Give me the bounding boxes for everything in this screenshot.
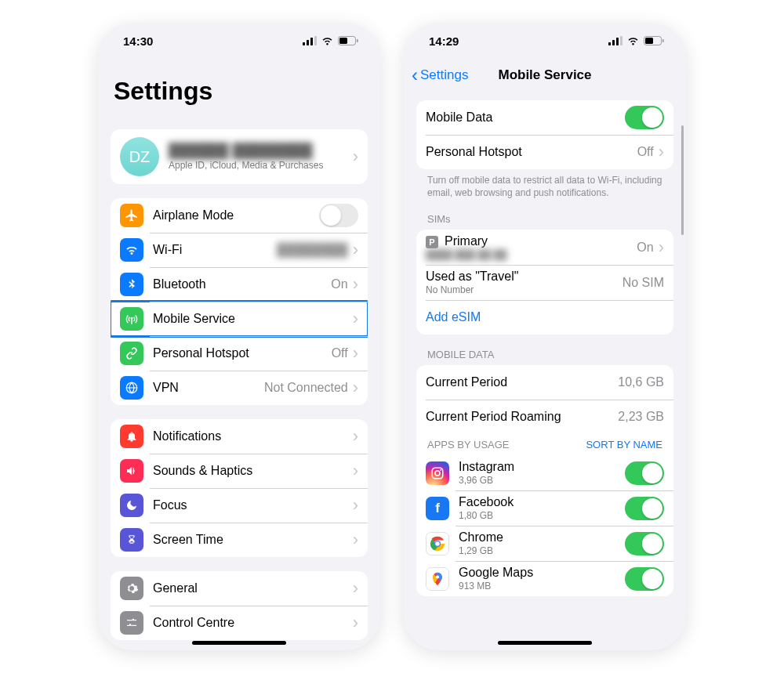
status-bar: 14:30 (98, 24, 380, 58)
settings-row-vpn[interactable]: VPNNot Connected› (111, 371, 368, 405)
profile-subtitle: Apple ID, iCloud, Media & Purchases (169, 160, 353, 171)
facebook-app-icon: f (426, 497, 449, 520)
settings-row-notifications[interactable]: Notifications› (111, 419, 368, 454)
moon-icon (120, 494, 143, 517)
chevron-right-icon: › (353, 497, 358, 514)
app-row-facebook[interactable]: fFacebook1,80 GB (416, 490, 673, 526)
sliders-icon (120, 611, 143, 635)
svg-rect-0 (303, 42, 305, 45)
bluetooth-icon (120, 273, 143, 296)
nav-bar: ‹ Settings Mobile Service (404, 58, 686, 92)
sims-header: SIMs (416, 199, 673, 230)
sim-row: Used as "Travel"No NumberNo SIM (416, 265, 673, 300)
chevron-right-icon: › (353, 428, 358, 445)
maps-app-icon (426, 567, 449, 591)
settings-row-focus[interactable]: Focus› (111, 488, 368, 523)
chevron-right-icon: › (353, 276, 358, 293)
svg-rect-6 (357, 39, 358, 42)
sim-row[interactable]: PPrimary████ ███ ██ ██On› (416, 230, 673, 265)
app-row-instagram[interactable]: Instagram3,96 GB (416, 455, 673, 490)
sim-badge: P (426, 236, 438, 248)
profile-name: ██████ ████████ (169, 143, 353, 159)
airplane-icon (120, 204, 143, 227)
phone-settings: 14:30 Settings DZ ██████ ████████ Apple … (98, 24, 380, 650)
svg-rect-14 (662, 39, 664, 42)
toggle[interactable] (319, 204, 358, 227)
hourglass-icon (120, 528, 143, 552)
apps-by-usage-label: APPS BY USAGE (427, 439, 510, 450)
wifi-icon (321, 36, 334, 45)
svg-rect-9 (612, 40, 615, 45)
cellular-icon (303, 36, 317, 45)
mobile-data-row[interactable]: Mobile Data (416, 100, 673, 135)
battery-icon (338, 36, 358, 45)
app-row-chrome[interactable]: Chrome1,29 GB (416, 526, 673, 561)
chevron-right-icon: › (353, 345, 358, 362)
svg-point-20 (435, 541, 440, 546)
wifi-icon (626, 36, 640, 45)
svg-point-17 (440, 469, 441, 471)
settings-row-bluetooth[interactable]: BluetoothOn› (111, 267, 368, 302)
svg-rect-1 (307, 40, 309, 45)
globe-icon (120, 376, 143, 400)
svg-point-21 (436, 575, 439, 578)
current-period-row: Current Period 10,6 GB (416, 365, 673, 400)
back-button[interactable]: ‹ Settings (412, 66, 468, 85)
antenna-icon (120, 307, 143, 331)
settings-row-control-centre[interactable]: Control Centre› (111, 606, 368, 640)
home-indicator[interactable] (192, 641, 286, 645)
mobile-data-toggle[interactable] (625, 106, 664, 129)
svg-rect-2 (310, 38, 313, 45)
app-data-toggle[interactable] (625, 567, 664, 591)
link-icon (120, 342, 143, 365)
instagram-app-icon (426, 461, 449, 485)
bell-icon (120, 425, 143, 448)
svg-rect-3 (314, 36, 317, 45)
svg-rect-5 (339, 38, 347, 44)
status-time: 14:29 (429, 34, 459, 48)
svg-point-16 (435, 471, 440, 476)
chevron-left-icon: ‹ (412, 66, 418, 85)
chevron-right-icon: › (353, 462, 358, 479)
avatar: DZ (120, 137, 159, 176)
app-data-toggle[interactable] (625, 497, 664, 520)
mobile-data-footer: Turn off mobile data to restrict all dat… (416, 169, 673, 199)
app-row-google-maps[interactable]: Google Maps913 MB (416, 561, 673, 596)
mobile-data-header: MOBILE DATA (416, 335, 673, 365)
cellular-icon (608, 36, 622, 45)
personal-hotspot-row[interactable]: Personal Hotspot Off › (416, 135, 673, 169)
nav-title: Mobile Service (498, 67, 591, 83)
status-icons (303, 36, 358, 45)
svg-rect-13 (645, 38, 653, 44)
chevron-right-icon: › (659, 239, 664, 256)
current-period-roaming-row: Current Period Roaming 2,23 GB (416, 400, 673, 434)
chevron-right-icon: › (353, 614, 358, 631)
settings-row-personal-hotspot[interactable]: Personal HotspotOff› (111, 336, 368, 371)
app-data-toggle[interactable] (625, 532, 664, 555)
chrome-app-icon (426, 532, 449, 555)
add-esim-button[interactable]: Add eSIM (416, 300, 673, 335)
apple-id-row[interactable]: DZ ██████ ████████ Apple ID, iCloud, Med… (111, 129, 368, 184)
settings-row-sounds-haptics[interactable]: Sounds & Haptics› (111, 454, 368, 488)
chevron-right-icon: › (353, 379, 358, 396)
status-time: 14:30 (123, 34, 153, 48)
speaker-icon (120, 459, 143, 483)
status-bar: 14:29 (404, 24, 686, 58)
sort-by-name-button[interactable]: SORT BY NAME (586, 439, 662, 450)
home-indicator[interactable] (498, 641, 592, 645)
chevron-right-icon: › (353, 310, 358, 327)
gear-icon (120, 577, 143, 600)
settings-row-airplane-mode[interactable]: Airplane Mode (111, 198, 368, 233)
page-title: Settings (111, 58, 368, 115)
phone-mobile-service: 14:29 ‹ Settings Mobile Service Mobile D… (404, 24, 686, 650)
svg-rect-10 (616, 38, 619, 45)
chevron-right-icon: › (353, 531, 358, 548)
chevron-right-icon: › (353, 148, 358, 165)
settings-row-screen-time[interactable]: Screen Time› (111, 523, 368, 557)
scrollbar-thumb[interactable] (681, 125, 684, 235)
chevron-right-icon: › (659, 143, 664, 161)
settings-row-mobile-service[interactable]: Mobile Service› (111, 302, 368, 336)
app-data-toggle[interactable] (625, 461, 664, 485)
settings-row-general[interactable]: General› (111, 571, 368, 606)
settings-row-wi-fi[interactable]: Wi-Fi████████› (111, 233, 368, 267)
